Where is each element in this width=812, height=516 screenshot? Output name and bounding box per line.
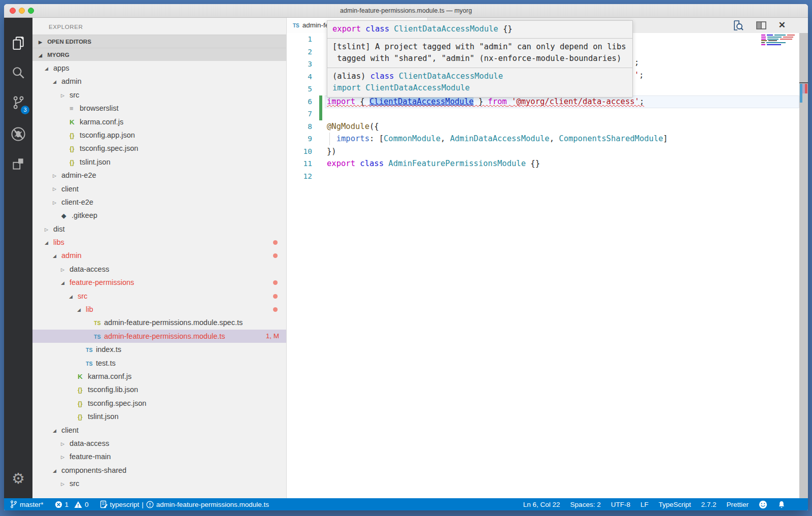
hover-line: (alias) class ClientDataAccessModule: [332, 71, 627, 83]
tree-item-admin-e2e[interactable]: ▷admin-e2e: [32, 169, 286, 182]
tree-item-label: apps: [53, 64, 69, 72]
collapsed-twisty-icon: ▷: [53, 196, 61, 209]
git-branch-status[interactable]: master*: [10, 498, 44, 510]
error-icon: [55, 501, 62, 508]
tree-item-tsconfig.spec.json[interactable]: {}tsconfig.spec.json: [32, 397, 286, 410]
code-line-9[interactable]: 9 imports: [CommonModule, AdminDataAcces…: [287, 133, 808, 145]
status-item-prettier[interactable]: Prettier: [726, 498, 749, 510]
open-preview-icon[interactable]: [732, 19, 744, 31]
tree-item-src[interactable]: ▷src: [32, 88, 286, 102]
tree-item-tsconfig.spec.json[interactable]: {}tsconfig.spec.json: [32, 142, 286, 155]
tree-item-src[interactable]: ◢src: [32, 289, 286, 303]
tree-item-tslint.json[interactable]: {}tslint.json: [32, 410, 286, 423]
status-item-typescript[interactable]: TypeScript: [659, 498, 691, 510]
vscode-window: admin-feature-permissions.module.ts — my…: [4, 4, 808, 510]
code-text: }): [327, 145, 336, 158]
tree-item-client[interactable]: ◢client: [32, 424, 286, 437]
tree-item-admin-feature-permissions.module.spec.ts[interactable]: TSadmin-feature-permissions.module.spec.…: [32, 316, 286, 329]
tree-item-client-e2e[interactable]: ▷client-e2e: [32, 196, 286, 209]
tree-item-client[interactable]: ▷client: [32, 182, 286, 196]
code-line-11[interactable]: 11export class AdminFeaturePermissionsMo…: [287, 157, 808, 170]
code-token: tagged with "shared", "admin" (nx-enforc…: [332, 54, 621, 63]
tree-item-feature-main[interactable]: ▷feature-main: [32, 450, 286, 463]
tree-item-label: .gitkeep: [72, 211, 97, 219]
tree-item-feature-permissions[interactable]: ◢feature-permissions: [32, 276, 286, 289]
modified-dot-badge: [273, 307, 278, 312]
tree-item-apps[interactable]: ◢apps: [32, 61, 286, 75]
line-number: 1: [287, 33, 312, 46]
tree-item-admin[interactable]: ◢admin: [32, 249, 286, 262]
status-item-2-7-2[interactable]: 2.7.2: [701, 498, 716, 510]
tree-item-lib[interactable]: ◢lib: [32, 303, 286, 316]
code-editor[interactable]: 123456import { ClientDataAccessModule } …: [287, 33, 808, 498]
settings-gear-icon[interactable]: ⚙: [4, 470, 32, 487]
tree-item-libs[interactable]: ◢libs: [32, 236, 286, 249]
code-token: AdminDataAccessModule: [450, 134, 550, 143]
symbol-link[interactable]: ClientDataAccessModule: [369, 97, 473, 106]
split-editor-icon[interactable]: [755, 19, 767, 31]
tree-item-browserslist[interactable]: ≡browserslist: [32, 102, 286, 115]
problems-status[interactable]: 1 0: [55, 498, 89, 510]
problems-git-badge: 1, M: [266, 330, 279, 343]
tree-item-components-shared[interactable]: ◢components-shared: [32, 464, 286, 477]
explorer-icon[interactable]: [4, 30, 32, 56]
collapsed-twisty-icon: ▷: [53, 182, 61, 196]
tree-item-data-access[interactable]: ▷data-access: [32, 263, 286, 276]
feedback-smiley-icon[interactable]: [759, 498, 767, 510]
code-token: '@myorg/client/data-access': [512, 97, 639, 106]
code-token: CommonModule: [384, 134, 441, 143]
code-token: : [: [369, 134, 384, 143]
tree-item-karma.conf.js[interactable]: Kkarma.conf.js: [32, 115, 286, 128]
tslint-status[interactable]: typescript | admin-feature-permissions.m…: [100, 498, 269, 510]
status-right: Ln 6, Col 22Spaces: 2UTF-8LFTypeScript2.…: [523, 498, 808, 510]
tree-item-data-access[interactable]: ▷data-access: [32, 437, 286, 450]
tree-item-label: client: [61, 426, 79, 434]
tree-item-.gitkeep[interactable]: ◆.gitkeep: [32, 209, 286, 222]
extensions-icon[interactable]: [4, 151, 32, 177]
hover-line: import ClientDataAccessModule: [332, 82, 627, 94]
code-token: class: [365, 24, 389, 34]
hover-section-3: (alias) class ClientDataAccessModuleimpo…: [327, 68, 632, 97]
collapsed-twisty-icon: ▷: [45, 223, 53, 236]
code-token: class: [360, 159, 384, 168]
tree-item-tslint.json[interactable]: {}tslint.json: [32, 155, 286, 169]
status-item-lf[interactable]: LF: [640, 498, 649, 510]
tree-item-admin-feature-permissions.module.ts[interactable]: TSadmin-feature-permissions.module.ts1, …: [32, 330, 286, 343]
tree-item-index.ts[interactable]: TSindex.ts: [32, 343, 286, 356]
code-token: }: [473, 97, 488, 106]
status-item-ln-6-col-22[interactable]: Ln 6, Col 22: [523, 498, 560, 510]
tree-item-tsconfig.lib.json[interactable]: {}tsconfig.lib.json: [32, 383, 286, 396]
chevron-right-icon: ▶: [39, 40, 42, 45]
code-line-10[interactable]: 10}): [287, 145, 808, 158]
workspace-root-header[interactable]: ◢ MYORG: [32, 48, 286, 61]
tree-item-label: test.ts: [96, 359, 116, 367]
status-bar: master* 1 0: [4, 498, 808, 510]
tree-item-karma.conf.js[interactable]: Kkarma.conf.js: [32, 370, 286, 383]
tree-item-tsconfig.app.json[interactable]: {}tsconfig.app.json: [32, 128, 286, 142]
code-line-12[interactable]: 12: [287, 170, 808, 183]
code-token: import: [327, 97, 355, 106]
status-item-spaces-2[interactable]: Spaces: 2: [570, 498, 601, 510]
file-tree: ◢apps◢admin▷src≡browserslistKkarma.conf.…: [32, 61, 286, 491]
line-number: 8: [287, 120, 312, 133]
code-line-8[interactable]: 8@NgModule({: [287, 120, 808, 133]
open-editors-header[interactable]: ▶ OPEN EDITORS: [32, 35, 286, 48]
tree-item-admin[interactable]: ◢admin: [32, 75, 286, 88]
notifications-bell-icon[interactable]: [777, 498, 786, 510]
search-icon[interactable]: [4, 60, 32, 86]
tree-item-label: dist: [53, 225, 65, 233]
tree-item-label: src: [70, 91, 79, 99]
code-token: ;: [639, 71, 644, 80]
hover-line: export class ClientDataAccessModule {}: [332, 23, 627, 36]
close-editor-icon[interactable]: ✕: [779, 19, 786, 31]
tree-item-dist[interactable]: ▷dist: [32, 222, 286, 236]
debug-icon[interactable]: [4, 121, 32, 147]
code-line-7[interactable]: 7: [287, 108, 808, 120]
collapsed-twisty-icon: ▷: [61, 477, 70, 491]
tree-item-src[interactable]: ▷src: [32, 477, 286, 490]
status-item-utf-8[interactable]: UTF-8: [611, 498, 630, 510]
code-text: @NgModule({: [327, 120, 379, 133]
tree-item-test.ts[interactable]: TStest.ts: [32, 357, 286, 370]
source-control-icon[interactable]: 3: [4, 90, 32, 115]
chevron-expanded-icon: ◢: [39, 53, 42, 58]
